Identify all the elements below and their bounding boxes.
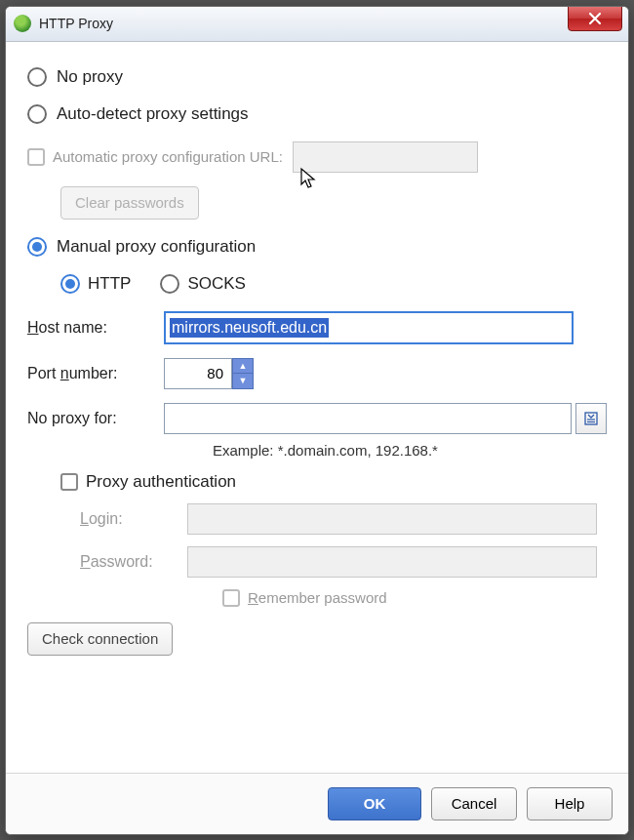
app-icon xyxy=(14,15,31,32)
proxy-auth-checkbox-row[interactable]: Proxy authentication xyxy=(60,472,607,492)
host-row: Host name: mirrors.neusoft.edu.cn xyxy=(27,311,607,344)
radio-auto-detect-label: Auto-detect proxy settings xyxy=(57,104,249,124)
proxy-auth-checkbox[interactable] xyxy=(60,473,78,491)
remember-password-checkbox xyxy=(222,589,240,607)
login-label: Login: xyxy=(80,510,187,528)
radio-socks-label: SOCKS xyxy=(187,274,246,294)
cancel-button[interactable]: Cancel xyxy=(431,787,517,820)
svg-rect-0 xyxy=(585,413,597,424)
port-label: Port number: xyxy=(27,365,164,382)
http-proxy-dialog: HTTP Proxy No proxy Auto-detect proxy se… xyxy=(5,6,629,835)
protocol-group: HTTP SOCKS xyxy=(60,274,607,294)
radio-manual-label: Manual proxy configuration xyxy=(57,237,256,257)
dialog-footer: OK Cancel Help xyxy=(6,773,628,834)
close-button[interactable] xyxy=(568,6,622,31)
list-edit-icon xyxy=(583,411,599,426)
radio-no-proxy[interactable]: No proxy xyxy=(27,67,607,87)
radio-icon xyxy=(27,67,47,87)
password-input xyxy=(187,546,597,578)
password-row: Password: xyxy=(80,546,607,578)
spinner-buttons[interactable]: ▲ ▼ xyxy=(232,358,254,389)
remember-password-row: Remember password xyxy=(222,589,607,607)
host-label: Host name: xyxy=(27,319,164,337)
radio-no-proxy-label: No proxy xyxy=(57,67,123,87)
radio-socks[interactable]: SOCKS xyxy=(160,274,246,294)
noproxy-example: Example: *.domain.com, 192.168.* xyxy=(213,442,607,459)
host-input[interactable]: mirrors.neusoft.edu.cn xyxy=(164,311,574,344)
port-input[interactable] xyxy=(164,358,232,389)
proxy-auth-label: Proxy authentication xyxy=(86,472,236,492)
host-value-selected: mirrors.neusoft.edu.cn xyxy=(170,318,329,338)
remember-password-label: Remember password xyxy=(248,589,387,606)
dialog-content: No proxy Auto-detect proxy settings Auto… xyxy=(6,42,628,773)
port-spinner[interactable]: ▲ ▼ xyxy=(164,358,254,389)
spin-down-icon[interactable]: ▼ xyxy=(233,374,253,388)
password-label: Password: xyxy=(80,553,187,571)
login-input xyxy=(187,503,597,535)
auto-url-input xyxy=(293,141,478,173)
login-row: Login: xyxy=(80,503,607,535)
titlebar: HTTP Proxy xyxy=(6,7,628,42)
radio-http[interactable]: HTTP xyxy=(60,274,131,294)
noproxy-list-button[interactable] xyxy=(575,403,607,434)
noproxy-input[interactable] xyxy=(164,403,572,434)
help-button[interactable]: Help xyxy=(527,787,613,820)
radio-auto-detect[interactable]: Auto-detect proxy settings xyxy=(27,104,607,124)
auto-url-checkbox xyxy=(27,148,45,166)
check-connection-button[interactable]: Check connection xyxy=(27,622,173,656)
radio-icon xyxy=(160,274,179,294)
noproxy-label: No proxy for: xyxy=(27,410,164,427)
port-row: Port number: ▲ ▼ xyxy=(27,358,607,389)
noproxy-row: No proxy for: xyxy=(27,403,607,434)
radio-icon xyxy=(60,274,80,294)
ok-button[interactable]: OK xyxy=(328,787,421,820)
radio-manual[interactable]: Manual proxy configuration xyxy=(27,237,607,257)
radio-http-label: HTTP xyxy=(88,274,131,294)
auto-url-label: Automatic proxy configuration URL: xyxy=(53,148,283,165)
radio-icon xyxy=(27,104,47,124)
spin-up-icon[interactable]: ▲ xyxy=(233,359,253,375)
close-icon xyxy=(588,12,602,25)
radio-icon xyxy=(27,237,47,257)
clear-passwords-button: Clear passwords xyxy=(60,186,199,220)
window-title: HTTP Proxy xyxy=(39,16,113,31)
auto-url-row: Automatic proxy configuration URL: xyxy=(27,141,607,173)
